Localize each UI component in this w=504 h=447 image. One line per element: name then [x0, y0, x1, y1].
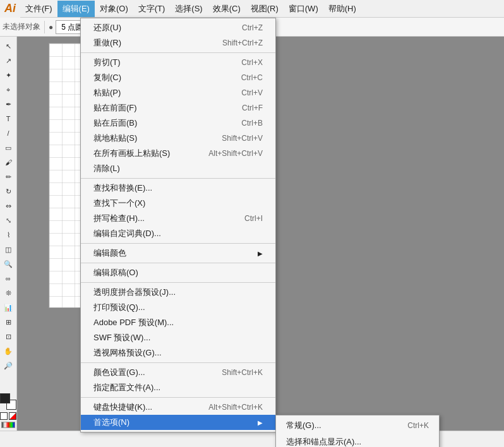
- pen-tool[interactable]: ✒: [1, 97, 15, 111]
- menu-object[interactable]: 对象(O): [95, 1, 133, 17]
- menu-help[interactable]: 帮助(H): [323, 1, 361, 17]
- menu-edit-original[interactable]: 编辑原稿(O): [81, 265, 275, 280]
- menu-spellcheck[interactable]: 拼写检查(H)... Ctrl+I: [81, 211, 275, 226]
- sep-7: [81, 397, 275, 398]
- menu-effect[interactable]: 效果(C): [208, 1, 246, 17]
- rotate-tool[interactable]: ↻: [1, 184, 15, 198]
- menu-edit[interactable]: 编辑(E): [57, 1, 95, 17]
- direct-select-tool[interactable]: ↗: [1, 54, 15, 68]
- paste-allboards-shortcut: Alt+Shift+Ctrl+V: [208, 149, 263, 158]
- status-label: 未选择对象: [3, 21, 40, 32]
- pref-selection[interactable]: 选择和锚点显示(A)...: [276, 434, 439, 447]
- text-tool[interactable]: T: [1, 112, 15, 126]
- menu-redo[interactable]: 重做(R) Shift+Ctrl+Z: [81, 35, 275, 51]
- sep-4: [81, 263, 275, 263]
- rect-tool[interactable]: ▭: [1, 141, 15, 155]
- scale-tool[interactable]: ⤡: [1, 213, 15, 227]
- spellcheck-shortcut: Ctrl+I: [244, 214, 263, 223]
- sep-2: [81, 178, 275, 179]
- brush-tool[interactable]: 🖌: [1, 155, 15, 169]
- select-tool[interactable]: ↖: [1, 39, 15, 53]
- paste-inplace-shortcut: Shift+Ctrl+V: [222, 134, 263, 143]
- menu-pdf-preset[interactable]: Adobe PDF 预设(M)...: [81, 315, 275, 330]
- warp-tool[interactable]: ⌇: [1, 228, 15, 242]
- menu-find-next[interactable]: 查找下一个(X): [81, 196, 275, 211]
- app-logo: Ai: [0, 0, 20, 18]
- menu-clear[interactable]: 清除(L): [81, 161, 275, 176]
- menu-perspective-grid[interactable]: 透视网格预设(G)...: [81, 345, 275, 361]
- color-squares[interactable]: [0, 393, 16, 410]
- symbol-tool[interactable]: ❊: [1, 286, 15, 300]
- pref-general[interactable]: 常规(G)... Ctrl+K: [276, 417, 439, 434]
- line-tool[interactable]: /: [1, 126, 15, 140]
- menubar: Ai 文件(F) 编辑(E) 对象(O) 文字(T) 选择(S) 效果(C) 视…: [0, 0, 504, 18]
- color-settings-shortcut: Shift+Ctrl+K: [222, 368, 263, 377]
- magic-wand-tool[interactable]: ✦: [1, 68, 15, 82]
- menu-paste-inplace[interactable]: 就地粘贴(S) Shift+Ctrl+V: [81, 131, 275, 146]
- slice-tool[interactable]: ⊡: [1, 330, 15, 343]
- none-color[interactable]: [0, 412, 8, 420]
- menu-view[interactable]: 视图(R): [246, 1, 284, 17]
- pref-general-shortcut: Ctrl+K: [407, 421, 429, 430]
- toolbar-sep-1: [44, 21, 45, 33]
- gradient-tool[interactable]: ◫: [1, 242, 15, 256]
- menu-window[interactable]: 窗口(W): [284, 1, 323, 17]
- cut-shortcut: Ctrl+X: [241, 58, 263, 67]
- menu-copy[interactable]: 复制(C) Ctrl+C: [81, 70, 275, 85]
- menu-undo[interactable]: 还原(U) Ctrl+Z: [81, 20, 275, 35]
- menu-custom-dict[interactable]: 编辑自定词典(D)...: [81, 226, 275, 241]
- lasso-tool[interactable]: ⌖: [1, 83, 15, 97]
- color-none-icon[interactable]: [9, 412, 16, 420]
- menu-find-replace[interactable]: 查找和替换(E)...: [81, 181, 275, 196]
- keyboard-shortcuts-shortcut: Alt+Shift+Ctrl+K: [208, 403, 263, 412]
- toolbox: ↖ ↗ ✦ ⌖ ✒ T / ▭ 🖌 ✏ ↻ ⇔ ⤡ ⌇ ◫ 🔍 ∞ ❊ 📊 ⊞ …: [0, 37, 17, 431]
- copy-shortcut: Ctrl+C: [241, 73, 263, 82]
- zoom-tool[interactable]: 🔎: [1, 359, 15, 372]
- undo-shortcut: Ctrl+Z: [242, 23, 263, 32]
- sep-5: [81, 282, 275, 283]
- sep-1: [81, 52, 275, 53]
- menu-print-preset[interactable]: 打印预设(Q)...: [81, 300, 275, 315]
- menu-edit-colors[interactable]: 编辑颜色: [81, 246, 275, 261]
- menu-keyboard-shortcuts[interactable]: 键盘快捷键(K)... Alt+Shift+Ctrl+K: [81, 400, 275, 415]
- menu-file[interactable]: 文件(F): [20, 1, 57, 17]
- paste-back-shortcut: Ctrl+B: [241, 119, 263, 128]
- menu-paste[interactable]: 粘贴(P) Ctrl+V: [81, 85, 275, 100]
- menu-swf-preset[interactable]: SWF 预设(W)...: [81, 330, 275, 345]
- sep-6: [81, 362, 275, 363]
- menu-color-settings[interactable]: 颜色设置(G)... Shift+Ctrl+K: [81, 365, 275, 380]
- pencil-tool[interactable]: ✏: [1, 170, 15, 184]
- mirror-tool[interactable]: ⇔: [1, 199, 15, 213]
- foreground-color[interactable]: [0, 393, 10, 403]
- paste-front-shortcut: Ctrl+F: [242, 104, 263, 112]
- menu-paste-front[interactable]: 贴在前面(F) Ctrl+F: [81, 100, 275, 116]
- graph-tool[interactable]: 📊: [1, 301, 15, 314]
- paste-shortcut: Ctrl+V: [241, 88, 263, 97]
- menu-preferences[interactable]: 首选项(N) 常规(G)... Ctrl+K 选择和锚点显示(A)... 文字(…: [81, 415, 275, 430]
- sep-3: [81, 243, 275, 244]
- menu-text[interactable]: 文字(T): [133, 1, 171, 17]
- blend-tool[interactable]: ∞: [1, 271, 15, 285]
- menu-transparency[interactable]: 透明度拼合器预设(J)...: [81, 285, 275, 300]
- artboard-tool[interactable]: ⊞: [1, 315, 15, 329]
- menu-select[interactable]: 选择(S): [170, 1, 207, 17]
- menu-paste-allboards[interactable]: 在所有画板上粘贴(S) Alt+Shift+Ctrl+V: [81, 146, 275, 161]
- color-area: [0, 393, 16, 431]
- preferences-submenu: 常规(G)... Ctrl+K 选择和锚点显示(A)... 文字(T)... 单…: [275, 415, 440, 447]
- eyedropper-tool[interactable]: 🔍: [1, 257, 15, 271]
- edit-menu-dropdown: 还原(U) Ctrl+Z 重做(R) Shift+Ctrl+Z 剪切(T) Ct…: [80, 18, 276, 432]
- hand-tool[interactable]: ✋: [1, 344, 15, 358]
- menu-cut[interactable]: 剪切(T) Ctrl+X: [81, 55, 275, 70]
- menu-assign-profile[interactable]: 指定配置文件(A)...: [81, 380, 275, 395]
- menu-paste-back[interactable]: 贴在后面(B) Ctrl+B: [81, 116, 275, 131]
- redo-shortcut: Shift+Ctrl+Z: [222, 39, 263, 47]
- color-gradient: [1, 422, 15, 428]
